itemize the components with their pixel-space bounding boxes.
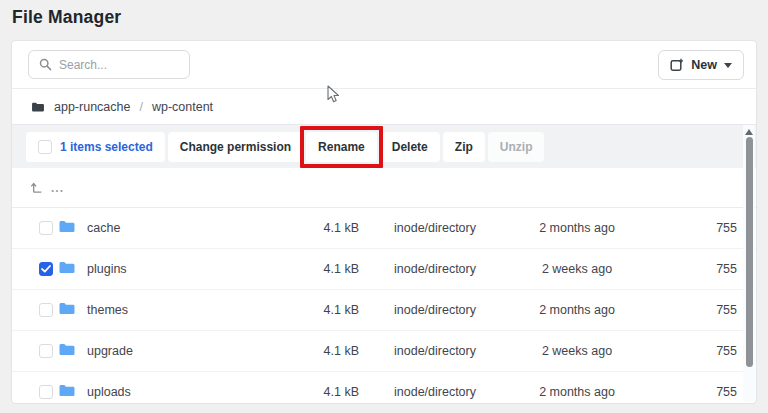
search-input[interactable] <box>59 58 179 72</box>
file-name[interactable]: cache <box>87 221 120 235</box>
file-name[interactable]: upgrade <box>87 344 133 358</box>
file-modified: 2 months ago <box>517 385 637 399</box>
selection-count-button[interactable]: 1 items selected <box>26 132 165 162</box>
selection-count-label: 1 items selected <box>60 140 153 154</box>
breadcrumb-item-current[interactable]: wp-content <box>152 100 213 114</box>
new-file-icon <box>670 58 684 72</box>
file-permissions: 755 <box>637 344 737 358</box>
file-list: cache 4.1 kB inode/directory 2 months ag… <box>12 208 756 404</box>
search-icon <box>39 58 52 71</box>
page-title: File Manager <box>12 7 121 28</box>
file-permissions: 755 <box>637 262 737 276</box>
new-button[interactable]: New <box>658 50 744 80</box>
file-permissions: 755 <box>637 385 737 399</box>
row-checkbox[interactable] <box>39 344 53 358</box>
change-permission-button[interactable]: Change permission <box>168 132 303 162</box>
folder-icon <box>58 383 76 401</box>
selection-toolbar: 1 items selected Change permission Renam… <box>12 124 756 168</box>
name-cell: upgrade <box>39 342 269 360</box>
chevron-down-icon <box>724 63 732 68</box>
breadcrumb: app-runcache / wp-content <box>12 89 756 124</box>
file-name[interactable]: themes <box>87 303 128 317</box>
name-cell: uploads <box>39 383 269 401</box>
file-permissions: 755 <box>637 303 737 317</box>
delete-button[interactable]: Delete <box>380 132 440 162</box>
zip-button[interactable]: Zip <box>443 132 485 162</box>
file-size: 4.1 kB <box>269 385 359 399</box>
top-bar: New <box>12 41 756 89</box>
table-row[interactable]: plugins 4.1 kB inode/directory 2 weeks a… <box>12 249 756 290</box>
folder-icon <box>58 219 76 237</box>
name-cell: themes <box>39 301 269 319</box>
file-size: 4.1 kB <box>269 344 359 358</box>
search-box[interactable] <box>28 50 190 79</box>
name-cell: cache <box>39 219 269 237</box>
table-row[interactable]: cache 4.1 kB inode/directory 2 months ag… <box>12 208 756 249</box>
file-name[interactable]: uploads <box>87 385 131 399</box>
rename-button-wrapper: Rename <box>306 132 377 162</box>
file-size: 4.1 kB <box>269 262 359 276</box>
folder-icon <box>58 301 76 319</box>
folder-icon <box>58 260 76 278</box>
scrollbar-thumb[interactable] <box>746 137 753 367</box>
new-button-label: New <box>691 58 717 72</box>
file-type: inode/directory <box>359 221 517 235</box>
unzip-button[interactable]: Unzip <box>488 132 545 162</box>
file-type: inode/directory <box>359 385 517 399</box>
row-checkbox[interactable] <box>39 303 53 317</box>
file-manager-panel: New app-runcache / wp-content 1 items se… <box>11 40 757 404</box>
parent-directory-row[interactable]: ... <box>12 168 756 208</box>
folder-icon <box>58 342 76 360</box>
file-size: 4.1 kB <box>269 221 359 235</box>
row-checkbox[interactable] <box>39 221 53 235</box>
go-up-icon <box>29 180 44 195</box>
row-checkbox[interactable] <box>39 385 53 399</box>
parent-directory-label: ... <box>51 181 64 195</box>
row-checkbox[interactable] <box>39 262 53 276</box>
table-row[interactable]: upgrade 4.1 kB inode/directory 2 weeks a… <box>12 331 756 372</box>
file-modified: 2 months ago <box>517 221 637 235</box>
scrollbar-up-arrow-icon[interactable] <box>745 129 753 135</box>
file-type: inode/directory <box>359 344 517 358</box>
file-type: inode/directory <box>359 303 517 317</box>
table-row[interactable]: uploads 4.1 kB inode/directory 2 months … <box>12 372 756 404</box>
file-permissions: 755 <box>637 221 737 235</box>
select-all-checkbox[interactable] <box>38 140 52 154</box>
name-cell: plugins <box>39 260 269 278</box>
breadcrumb-item-root[interactable]: app-runcache <box>54 100 130 114</box>
file-modified: 2 weeks ago <box>517 344 637 358</box>
file-modified: 2 months ago <box>517 303 637 317</box>
file-name[interactable]: plugins <box>87 262 127 276</box>
table-row[interactable]: themes 4.1 kB inode/directory 2 months a… <box>12 290 756 331</box>
file-size: 4.1 kB <box>269 303 359 317</box>
folder-icon <box>31 101 45 113</box>
file-modified: 2 weeks ago <box>517 262 637 276</box>
vertical-scrollbar <box>743 125 755 402</box>
rename-button[interactable]: Rename <box>306 132 377 162</box>
breadcrumb-separator: / <box>139 100 142 114</box>
file-type: inode/directory <box>359 262 517 276</box>
